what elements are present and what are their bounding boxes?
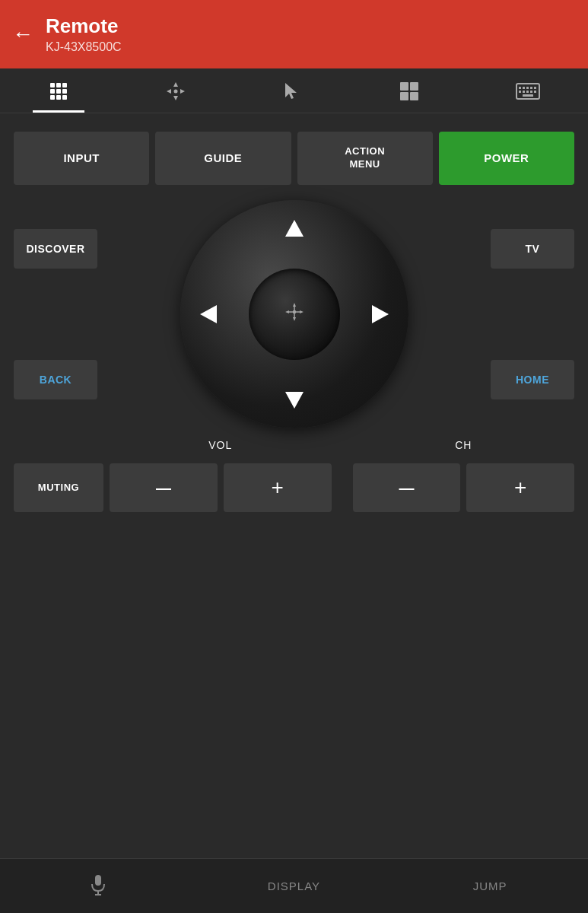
svg-marker-37 [293, 303, 296, 307]
action-menu-button[interactable]: ACTIONMENU [297, 132, 433, 185]
tab-touchpad[interactable] [150, 75, 202, 113]
svg-marker-31 [285, 220, 304, 237]
vol-plus-button[interactable]: + [224, 463, 332, 512]
svg-marker-39 [285, 310, 289, 313]
svg-rect-27 [526, 91, 529, 93]
remote-grid-icon [48, 81, 69, 105]
mid-section: DISCOVER BACK [14, 200, 574, 428]
home-button[interactable]: HOME [491, 360, 574, 399]
svg-marker-11 [167, 89, 171, 94]
svg-marker-9 [173, 82, 178, 87]
bottom-bar: DISPLAY JUMP [0, 858, 588, 913]
keyboard-icon [516, 83, 540, 103]
ch-label: CH [353, 439, 575, 451]
svg-rect-6 [50, 95, 55, 100]
dpad-center-icon [283, 301, 306, 327]
device-name: KJ-43X8500C [46, 40, 122, 54]
power-button[interactable]: POWER [439, 132, 574, 185]
side-buttons-right: TV HOME [491, 229, 574, 399]
svg-rect-0 [50, 83, 55, 87]
header-title: Remote [46, 14, 122, 38]
vol-minus-icon: — [156, 480, 171, 495]
svg-rect-15 [400, 82, 408, 91]
svg-rect-41 [293, 310, 296, 313]
dpad-down-button[interactable] [282, 387, 307, 412]
svg-rect-7 [56, 95, 61, 100]
svg-rect-21 [523, 87, 525, 89]
side-buttons-left: DISCOVER BACK [14, 229, 97, 399]
svg-marker-34 [372, 305, 389, 323]
tab-cursor[interactable] [266, 75, 318, 113]
svg-rect-23 [530, 87, 532, 89]
back-button[interactable]: ← [12, 22, 33, 46]
svg-marker-32 [285, 392, 304, 409]
dpad-up-button[interactable] [282, 217, 307, 241]
ch-plus-icon: + [514, 477, 526, 498]
jump-button[interactable]: JUMP [392, 859, 588, 913]
guide-button[interactable]: GUIDE [155, 132, 291, 185]
dpad-left-button[interactable] [197, 302, 221, 326]
svg-rect-42 [95, 875, 101, 886]
svg-rect-20 [519, 87, 521, 89]
svg-rect-8 [62, 95, 67, 100]
dpad-circle [180, 200, 408, 428]
tv-grid-icon [399, 81, 420, 105]
tab-tv[interactable] [383, 75, 435, 113]
svg-rect-17 [400, 92, 408, 100]
tab-keyboard[interactable] [501, 77, 555, 110]
ch-minus-icon: — [399, 480, 414, 495]
dpad-right-button[interactable] [367, 302, 392, 326]
tab-bar [0, 68, 588, 113]
svg-rect-24 [534, 87, 536, 89]
svg-marker-12 [180, 89, 185, 94]
ch-plus-button[interactable]: + [466, 463, 574, 512]
svg-point-13 [173, 90, 177, 94]
svg-marker-14 [285, 83, 297, 99]
tab-remote[interactable] [33, 75, 84, 113]
svg-rect-28 [530, 91, 532, 93]
svg-rect-16 [410, 82, 418, 91]
touchpad-icon [165, 81, 186, 105]
svg-rect-2 [62, 83, 67, 87]
svg-rect-18 [410, 92, 418, 100]
spacer [338, 463, 347, 512]
header: ← Remote KJ-43X8500C [0, 0, 588, 68]
svg-marker-10 [173, 96, 178, 100]
svg-rect-26 [523, 91, 525, 93]
mic-button[interactable] [0, 859, 196, 913]
header-text: Remote KJ-43X8500C [46, 14, 122, 53]
svg-rect-22 [526, 87, 529, 89]
ch-minus-button[interactable]: — [353, 463, 461, 512]
vol-label: VOL [110, 439, 332, 451]
discover-button[interactable]: DISCOVER [14, 229, 97, 269]
svg-rect-1 [56, 83, 61, 87]
dpad-center-button[interactable] [249, 269, 340, 360]
mic-icon [91, 874, 106, 898]
input-button[interactable]: INPUT [14, 132, 149, 185]
vol-minus-button[interactable]: — [110, 463, 218, 512]
svg-rect-3 [50, 89, 55, 94]
svg-rect-25 [519, 91, 521, 93]
muting-button[interactable]: MUTING [14, 463, 103, 512]
vol-ch-controls: MUTING — + — + [14, 463, 574, 512]
svg-marker-40 [300, 310, 304, 313]
top-buttons-row: INPUT GUIDE ACTIONMENU POWER [14, 132, 574, 185]
vol-plus-icon: + [271, 477, 283, 498]
svg-marker-33 [200, 305, 217, 323]
vol-ch-labels: VOL CH [14, 439, 574, 453]
back-nav-button[interactable]: BACK [14, 360, 97, 399]
svg-rect-5 [62, 89, 67, 94]
remote-body: INPUT GUIDE ACTIONMENU POWER DISCOVER BA… [0, 113, 588, 858]
empty-spacer [14, 523, 574, 858]
svg-rect-30 [523, 94, 533, 97]
dpad-container [180, 200, 408, 428]
cursor-icon [281, 81, 303, 105]
svg-marker-38 [293, 317, 296, 321]
svg-rect-29 [534, 91, 536, 93]
jump-label: JUMP [473, 880, 507, 892]
display-button[interactable]: DISPLAY [196, 859, 393, 913]
tv-button[interactable]: TV [491, 229, 574, 269]
display-label: DISPLAY [268, 880, 320, 892]
svg-rect-4 [56, 89, 61, 94]
